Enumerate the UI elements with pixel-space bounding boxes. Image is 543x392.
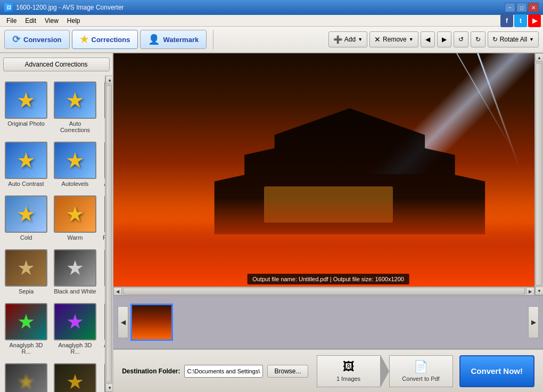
youtube-icon[interactable]: ▶ bbox=[528, 14, 541, 27]
remove-icon: ✕ bbox=[374, 35, 381, 44]
star-icon: ★ bbox=[65, 148, 85, 173]
menu-edit[interactable]: Edit bbox=[21, 16, 40, 26]
effect-thumb-anaglyph3dr2: ★ bbox=[54, 303, 96, 340]
facebook-icon[interactable]: f bbox=[500, 14, 513, 27]
remove-button[interactable]: ✕ Remove ▼ bbox=[369, 31, 418, 47]
minimize-button[interactable]: − bbox=[505, 3, 515, 12]
title-bar: 🖼 1600-1200.jpg - AVS Image Converter − … bbox=[0, 0, 543, 15]
effect-label-anaglyph3dr1: Anaglyph 3D R... bbox=[5, 342, 47, 355]
effect-bw[interactable]: ★ Black and White bbox=[51, 246, 99, 298]
images-icon: 🖼 bbox=[343, 360, 355, 374]
rotate-left-icon: ↺ bbox=[458, 36, 464, 43]
effect-autolevels[interactable]: ★ Autolevels bbox=[51, 138, 99, 191]
effect-sepia[interactable]: ★ Sepia bbox=[2, 246, 50, 298]
star-icon: ★ bbox=[17, 310, 35, 333]
close-button[interactable]: ✕ bbox=[528, 3, 539, 12]
star-icon: ★ bbox=[66, 310, 84, 333]
rotate-all-button[interactable]: ↻ Rotate All ▼ bbox=[488, 31, 539, 47]
add-dropdown-icon: ▼ bbox=[358, 37, 363, 42]
effect-thumb-warm: ★ bbox=[54, 195, 96, 233]
star-icon: ★ bbox=[65, 202, 85, 226]
star-icon: ★ bbox=[17, 370, 35, 392]
effect-label-original: Original Photo bbox=[7, 120, 45, 127]
rotate-icon: ↻ bbox=[492, 36, 498, 43]
twitter-icon[interactable]: t bbox=[514, 14, 527, 27]
menu-view[interactable]: View bbox=[40, 16, 63, 26]
effect-auto-contrast[interactable]: ★ Auto Contrast bbox=[2, 138, 50, 191]
rotate-right-button[interactable]: ↻ bbox=[471, 31, 486, 47]
tab-corrections[interactable]: ★ Corrections bbox=[72, 30, 138, 49]
scroll-right-button[interactable]: ▶ bbox=[526, 287, 534, 296]
toolbar-separator bbox=[213, 30, 213, 49]
rotate-left-button[interactable]: ↺ bbox=[454, 31, 468, 47]
bottom-bar: Destination Folder: Browse... 🖼 1 Images… bbox=[113, 349, 543, 392]
scroll-down-button[interactable]: ▼ bbox=[105, 383, 112, 392]
filmstrip-nav-left[interactable]: ◀ bbox=[118, 306, 128, 338]
tab-conversion[interactable]: ⟳ Conversion bbox=[4, 30, 70, 49]
menu-help[interactable]: Help bbox=[63, 16, 85, 26]
destination-input[interactable] bbox=[184, 365, 263, 378]
left-panel-scrollbar[interactable]: ▲ ▼ bbox=[105, 76, 112, 392]
effect-anaglyph3dr2[interactable]: ★ Anaglyph 3D R... bbox=[51, 299, 99, 358]
advanced-corrections-button[interactable]: Advanced Corrections bbox=[3, 58, 110, 71]
nav-next-icon: ▶ bbox=[442, 36, 447, 43]
effect-label-cold: Cold bbox=[20, 234, 32, 241]
nav-prev-button[interactable]: ◀ bbox=[421, 31, 435, 47]
filmstrip: ◀ ▶ bbox=[113, 296, 543, 349]
scroll-thumb-v[interactable] bbox=[536, 63, 542, 285]
images-step-button[interactable]: 🖼 1 Images bbox=[317, 355, 381, 387]
scroll-up-button[interactable]: ▲ bbox=[105, 76, 112, 84]
star-icon: ★ bbox=[17, 256, 35, 280]
nav-next-button[interactable]: ▶ bbox=[437, 31, 451, 47]
scroll-left-button[interactable]: ◀ bbox=[113, 287, 122, 296]
temple-glow bbox=[264, 186, 393, 223]
effect-thumb-original: ★ bbox=[5, 81, 47, 119]
filmstrip-thumbnail bbox=[132, 305, 171, 339]
effect-thumb-auto-contrast: ★ bbox=[5, 142, 47, 179]
tab-corrections-label: Corrections bbox=[92, 36, 130, 44]
step-arrow bbox=[381, 355, 389, 387]
tab-watermark-label: Watermark bbox=[163, 36, 199, 44]
action-area: 🖼 1 Images 📄 Convert to Pdf Convert Now! bbox=[317, 355, 535, 387]
filmstrip-items bbox=[130, 301, 526, 344]
star-icon: ★ bbox=[66, 370, 84, 392]
convert-now-button[interactable]: Convert Now! bbox=[459, 355, 535, 387]
effect-dark1[interactable]: ★ bbox=[51, 360, 99, 392]
browse-button[interactable]: Browse... bbox=[267, 365, 308, 378]
right-panel: Output file name: Untitled.pdf | Output … bbox=[113, 53, 543, 392]
effect-label-autolevels: Autolevels bbox=[62, 181, 89, 187]
effect-label-bw: Black and White bbox=[54, 288, 96, 295]
filmstrip-nav-right[interactable]: ▶ bbox=[528, 306, 539, 338]
effects-grid: ★ Original Photo ★ Auto Corrections ★ bbox=[0, 76, 112, 392]
remove-dropdown-icon: ▼ bbox=[409, 37, 414, 42]
menu-file[interactable]: File bbox=[2, 16, 21, 26]
effect-blur1[interactable]: ★ bbox=[2, 360, 50, 392]
star-icon: ★ bbox=[17, 148, 36, 173]
tab-watermark[interactable]: 👤 Watermark bbox=[140, 30, 207, 49]
effect-thumb-blur1: ★ bbox=[5, 363, 47, 392]
effect-thumb-cold: ★ bbox=[5, 195, 47, 233]
maximize-button[interactable]: □ bbox=[516, 3, 527, 12]
effect-auto-corrections[interactable]: ★ Auto Corrections bbox=[51, 78, 99, 137]
nav-prev-icon: ◀ bbox=[425, 36, 430, 43]
scroll-up-button[interactable]: ▲ bbox=[535, 53, 543, 62]
effect-anaglyph3dr1[interactable]: ★ Anaglyph 3D R... bbox=[2, 299, 50, 358]
preview-scrollbar-horizontal[interactable]: ◀ ▶ bbox=[113, 287, 534, 295]
effect-cold[interactable]: ★ Cold bbox=[2, 192, 50, 244]
tab-conversion-label: Conversion bbox=[23, 36, 62, 44]
star-icon: ★ bbox=[66, 256, 84, 280]
scroll-down-button[interactable]: ▼ bbox=[535, 287, 543, 295]
convert-to-pdf-step-button[interactable]: 📄 Convert to Pdf bbox=[389, 355, 453, 387]
scroll-thumb[interactable] bbox=[106, 85, 112, 382]
star-icon: ★ bbox=[65, 88, 85, 112]
effect-warm[interactable]: ★ Warm bbox=[51, 192, 99, 244]
effect-original[interactable]: ★ Original Photo bbox=[2, 78, 50, 137]
destination-folder-section: Destination Folder: Browse... bbox=[122, 365, 308, 378]
scroll-thumb-h[interactable] bbox=[123, 288, 525, 295]
effect-thumb-autolevels: ★ bbox=[54, 142, 96, 179]
preview-scrollbar-vertical[interactable]: ▲ ▼ bbox=[534, 53, 543, 295]
add-button[interactable]: ➕ Add ▼ bbox=[328, 31, 367, 47]
preview-area: Output file name: Untitled.pdf | Output … bbox=[113, 53, 543, 296]
window-controls: − □ ✕ bbox=[505, 3, 539, 12]
filmstrip-item[interactable] bbox=[130, 304, 173, 341]
